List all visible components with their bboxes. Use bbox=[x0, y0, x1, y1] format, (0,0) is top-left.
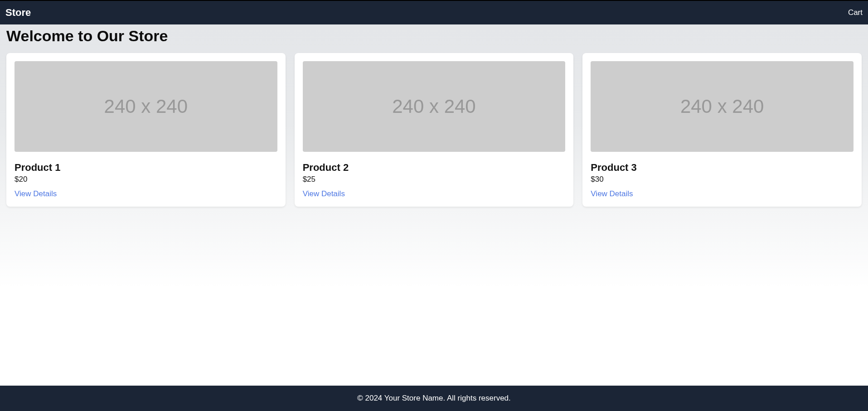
product-grid: 240 x 240 Product 1 $20 View Details 240… bbox=[6, 53, 862, 207]
product-image-placeholder: 240 x 240 bbox=[303, 61, 566, 152]
product-image-placeholder: 240 x 240 bbox=[591, 61, 853, 152]
footer: © 2024 Your Store Name. All rights reser… bbox=[0, 386, 868, 411]
product-card: 240 x 240 Product 1 $20 View Details bbox=[6, 53, 286, 207]
view-details-link[interactable]: View Details bbox=[303, 189, 566, 198]
header: Store Cart bbox=[0, 0, 868, 24]
view-details-link[interactable]: View Details bbox=[591, 189, 853, 198]
product-name: Product 1 bbox=[15, 162, 277, 174]
product-price: $20 bbox=[15, 175, 277, 184]
view-details-link[interactable]: View Details bbox=[15, 189, 277, 198]
brand-link[interactable]: Store bbox=[5, 7, 31, 19]
cart-link[interactable]: Cart bbox=[848, 8, 863, 17]
product-image-placeholder: 240 x 240 bbox=[15, 61, 277, 152]
product-price: $30 bbox=[591, 175, 853, 184]
nav-bar: Store Cart bbox=[0, 1, 868, 24]
product-card: 240 x 240 Product 3 $30 View Details bbox=[582, 53, 862, 207]
page-title: Welcome to Our Store bbox=[6, 27, 862, 45]
product-card: 240 x 240 Product 2 $25 View Details bbox=[295, 53, 574, 207]
footer-text: © 2024 Your Store Name. All rights reser… bbox=[357, 394, 511, 402]
product-name: Product 2 bbox=[303, 162, 566, 174]
product-name: Product 3 bbox=[591, 162, 853, 174]
main-content: Welcome to Our Store 240 x 240 Product 1… bbox=[0, 24, 868, 386]
product-price: $25 bbox=[303, 175, 566, 184]
